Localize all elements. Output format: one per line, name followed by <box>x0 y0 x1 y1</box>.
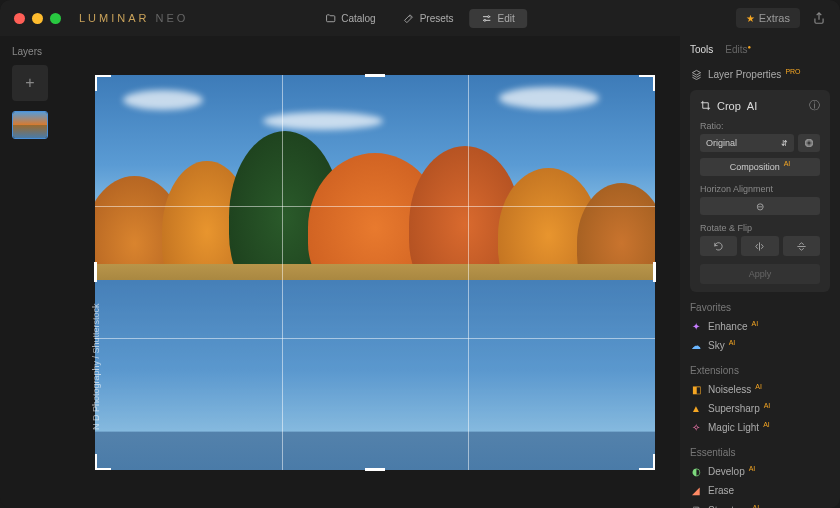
nav-edit-label: Edit <box>498 13 515 24</box>
flip-vertical-button[interactable] <box>783 236 820 256</box>
section-essentials: Essentials <box>690 447 830 458</box>
crop-icon <box>700 100 711 111</box>
right-panel: Tools Edits● Layer Properties PRO Crop A… <box>680 36 840 508</box>
minimize-window[interactable] <box>32 13 43 24</box>
extras-label: Extras <box>759 12 790 24</box>
magic-light-label: Magic Light <box>708 422 759 433</box>
ai-badge: AI <box>755 383 762 390</box>
crop-frame[interactable]: N D Photography / Shutterstock <box>95 75 655 470</box>
maximize-window[interactable] <box>50 13 61 24</box>
nav-presets[interactable]: Presets <box>392 9 466 28</box>
ratio-value: Original <box>706 138 737 148</box>
erase-icon: ◢ <box>690 485 702 496</box>
share-icon[interactable] <box>812 11 826 25</box>
svg-point-0 <box>488 15 490 17</box>
ai-badge: AI <box>753 504 760 509</box>
tool-layer-properties[interactable]: Layer Properties PRO <box>690 65 830 84</box>
layer-properties-label: Layer Properties <box>708 69 781 80</box>
rotate-label: Rotate & Flip <box>700 223 820 233</box>
magic-light-icon: ✧ <box>690 422 702 433</box>
tab-tools[interactable]: Tools <box>690 44 713 55</box>
watermark: N D Photography / Shutterstock <box>91 303 101 430</box>
enhance-label: Enhance <box>708 321 747 332</box>
tool-sky[interactable]: ☁ Sky AI <box>690 336 830 355</box>
wand-icon <box>404 13 415 24</box>
structure-label: Structure <box>708 505 749 509</box>
ai-badge: AI <box>763 421 770 428</box>
noiseless-label: Noiseless <box>708 384 751 395</box>
sliders-icon <box>482 13 493 24</box>
ai-badge: AI <box>747 100 757 112</box>
horizon-icon: ⊖ <box>756 201 764 212</box>
panel-tabs: Tools Edits● <box>690 44 830 55</box>
supersharp-label: Supersharp <box>708 403 760 414</box>
tool-structure[interactable]: ⧉ Structure AI <box>690 500 830 508</box>
extras-button[interactable]: ★ Extras <box>736 8 800 28</box>
ai-badge: AI <box>751 320 758 327</box>
tool-supersharp[interactable]: ▲ Supersharp AI <box>690 399 830 418</box>
canvas-area: N D Photography / Shutterstock <box>70 36 680 508</box>
enhance-icon: ✦ <box>690 321 702 332</box>
ratio-select[interactable]: Original ⇵ <box>700 134 794 152</box>
crop-title: Crop <box>717 100 741 112</box>
ai-badge: AI <box>784 160 791 170</box>
flip-horizontal-button[interactable] <box>741 236 778 256</box>
section-favorites: Favorites <box>690 302 830 313</box>
erase-label: Erase <box>708 485 734 496</box>
app-brand: LUMINAR NEO <box>79 12 188 24</box>
photo-preview <box>95 75 655 470</box>
rotate-button[interactable] <box>700 236 737 256</box>
cloud-icon: ☁ <box>690 340 702 351</box>
star-icon: ★ <box>746 13 755 24</box>
crop-panel: Crop AI ⓘ Ratio: Original ⇵ Composition … <box>690 90 830 292</box>
horizon-label: Horizon Alignment <box>700 184 820 194</box>
ai-badge: AI <box>749 465 756 472</box>
layer-thumbnail[interactable] <box>12 111 48 139</box>
composition-button[interactable]: Composition AI <box>700 158 820 176</box>
apply-button[interactable]: Apply <box>700 264 820 284</box>
supersharp-icon: ▲ <box>690 403 702 414</box>
add-layer-button[interactable]: + <box>12 65 48 101</box>
section-extensions: Extensions <box>690 365 830 376</box>
tool-noiseless[interactable]: ◧ Noiseless AI <box>690 380 830 399</box>
develop-label: Develop <box>708 466 745 477</box>
layers-title: Layers <box>12 46 70 57</box>
info-icon[interactable]: ⓘ <box>809 98 820 113</box>
tool-develop[interactable]: ◐ Develop AI <box>690 462 830 481</box>
tab-edits[interactable]: Edits● <box>725 44 751 55</box>
chevron-updown-icon: ⇵ <box>781 139 788 148</box>
pro-badge: PRO <box>785 68 800 75</box>
folder-icon <box>325 13 336 24</box>
ratio-swap-button[interactable] <box>798 134 820 152</box>
svg-point-1 <box>484 19 486 21</box>
layers-panel: Layers + <box>0 36 70 508</box>
ai-badge: AI <box>764 402 771 409</box>
nav-catalog-label: Catalog <box>341 13 375 24</box>
structure-icon: ⧉ <box>690 504 702 508</box>
window-controls <box>14 13 61 24</box>
nav-presets-label: Presets <box>420 13 454 24</box>
tool-enhance[interactable]: ✦ Enhance AI <box>690 317 830 336</box>
horizon-slider[interactable]: ⊖ <box>700 197 820 215</box>
nav-catalog[interactable]: Catalog <box>313 9 387 28</box>
sky-label: Sky <box>708 340 725 351</box>
composition-label: Composition <box>730 162 780 172</box>
ratio-label: Ratio: <box>700 121 820 131</box>
tool-magic-light[interactable]: ✧ Magic Light AI <box>690 418 830 437</box>
top-nav: Catalog Presets Edit <box>313 9 527 28</box>
ai-badge: AI <box>729 339 736 346</box>
nav-edit[interactable]: Edit <box>470 9 527 28</box>
tool-erase[interactable]: ◢ Erase <box>690 481 830 500</box>
noiseless-icon: ◧ <box>690 384 702 395</box>
layers-icon <box>690 69 702 80</box>
titlebar: LUMINAR NEO Catalog Presets Edit ★ Extra… <box>0 0 840 36</box>
close-window[interactable] <box>14 13 25 24</box>
develop-icon: ◐ <box>690 466 702 477</box>
